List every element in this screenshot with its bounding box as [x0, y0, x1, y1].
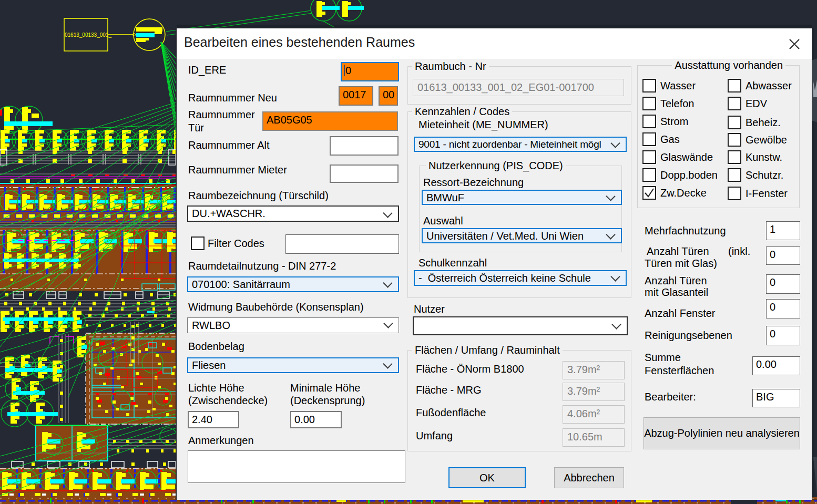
svg-text:01613_00133_001_: 01613_00133_001_ — [65, 32, 111, 38]
